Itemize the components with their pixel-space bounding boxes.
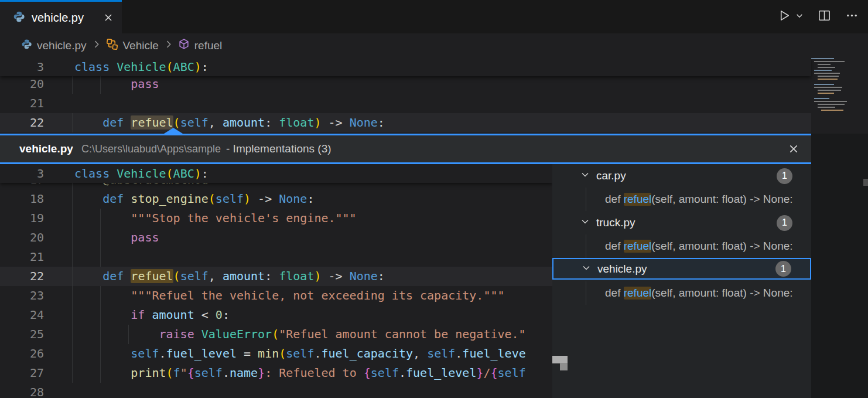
result-file-name: truck.py xyxy=(596,216,635,229)
code-line-27[interactable]: 27 print(f"{self.name}: Refueled to {sel… xyxy=(0,363,552,383)
vscode-window: vehicle.py xyxy=(0,0,868,398)
code-line-28[interactable]: 28 xyxy=(0,383,552,398)
reference-count-badge: 1 xyxy=(777,215,792,231)
code-text: if amount < 0: xyxy=(74,305,230,325)
code-text: class Vehicle(ABC): xyxy=(74,164,209,183)
line-number: 21 xyxy=(0,247,44,267)
play-icon xyxy=(778,9,791,25)
line-number: 25 xyxy=(0,325,44,344)
indent-guide xyxy=(72,363,73,383)
indent-guide xyxy=(72,305,73,325)
python-icon xyxy=(13,11,25,25)
tab-bar: vehicle.py xyxy=(0,0,868,33)
peek-editor[interactable]: 17 @abstractmethod18 def stop_engine(sel… xyxy=(0,164,552,398)
result-match-row[interactable]: def refuel(self, amount: float) -> None: xyxy=(552,281,811,305)
sticky-scroll-line[interactable]: 3class Vehicle(ABC): xyxy=(0,57,811,76)
indent-guide xyxy=(100,247,101,267)
code-line-21[interactable]: 21 xyxy=(0,94,811,113)
peek-anchor-arrow xyxy=(164,128,183,134)
chevron-down-icon[interactable] xyxy=(580,169,590,182)
match-highlight: refuel xyxy=(624,193,652,206)
code-line-20[interactable]: 20 pass xyxy=(0,74,811,94)
result-file-name: car.py xyxy=(596,169,626,182)
result-match-row[interactable]: def refuel(self, amount: float) -> None: xyxy=(552,188,811,211)
code-text: class Vehicle(ABC): xyxy=(74,57,209,76)
indent-guide xyxy=(72,74,73,94)
result-file-name: vehicle.py xyxy=(597,263,647,275)
python-icon xyxy=(21,39,32,53)
method-icon xyxy=(178,38,190,53)
code-text: raise ValueError("Refuel amount cannot b… xyxy=(74,325,526,344)
peek-description: - Implementations (3) xyxy=(226,142,332,155)
mouse-pointer xyxy=(560,363,568,370)
reference-count-badge: 1 xyxy=(775,261,791,277)
code-text: def refuel(self, amount: float) -> None: xyxy=(74,113,385,132)
code-line-19[interactable]: 19 """Stop the vehicle's engine.""" xyxy=(0,209,552,228)
line-number: 20 xyxy=(0,74,44,94)
result-file-row-truck.py[interactable]: truck.py1 xyxy=(552,211,811,234)
close-icon[interactable] xyxy=(788,143,799,155)
indent-guide xyxy=(72,209,73,228)
match-post-text: (self, amount: float) -> None: xyxy=(651,193,792,206)
line-number: 24 xyxy=(0,305,44,325)
code-line-23[interactable]: 23 """Refuel the vehicle, not exceeding … xyxy=(0,286,552,305)
editor-right-gutter xyxy=(811,134,868,398)
breadcrumb-file-label: vehicle.py xyxy=(37,39,87,52)
indent-guide xyxy=(72,267,73,286)
match-highlight: refuel xyxy=(624,240,652,253)
code-line-18[interactable]: 18 def stop_engine(self) -> None: xyxy=(0,189,552,209)
code-text: """Stop the vehicle's engine.""" xyxy=(74,209,357,228)
result-match-row[interactable]: def refuel(self, amount: float) -> None: xyxy=(552,234,811,258)
match-highlight: refuel xyxy=(131,269,173,283)
code-line-22[interactable]: 22 def refuel(self, amount: float) -> No… xyxy=(0,267,552,286)
line-number: 27 xyxy=(0,363,44,383)
peek-results-tree[interactable]: car.py1def refuel(self, amount: float) -… xyxy=(552,164,811,398)
result-file-row-car.py[interactable]: car.py1 xyxy=(552,164,811,188)
breadcrumb: vehicle.py Vehicle xyxy=(0,33,868,57)
result-file-row-vehicle.py[interactable]: vehicle.py1 xyxy=(552,258,811,280)
chevron-down-icon[interactable] xyxy=(795,12,804,22)
split-editor-icon[interactable] xyxy=(818,9,831,25)
peek-sticky-scroll-line[interactable]: 3class Vehicle(ABC): xyxy=(0,164,552,183)
ellipsis-icon[interactable] xyxy=(845,9,859,25)
tree-indent-guide xyxy=(586,234,586,258)
code-line-3[interactable]: 3class Vehicle(ABC): xyxy=(0,164,552,183)
line-number: 22 xyxy=(0,267,44,286)
close-icon[interactable] xyxy=(103,12,114,23)
peek-header[interactable]: vehicle.py C:\Users\luabud\Apps\sample -… xyxy=(0,135,811,162)
line-number: 20 xyxy=(0,228,44,247)
run-button[interactable] xyxy=(778,9,804,25)
tab-label: vehicle.py xyxy=(32,11,84,25)
minimap[interactable] xyxy=(809,57,854,127)
code-line-3[interactable]: 3class Vehicle(ABC): xyxy=(0,57,811,76)
code-text: pass xyxy=(74,228,159,247)
breadcrumb-file[interactable]: vehicle.py xyxy=(21,39,87,53)
indent-guide xyxy=(72,189,73,209)
chevron-right-icon xyxy=(163,39,173,52)
breadcrumb-class[interactable]: Vehicle xyxy=(106,38,159,53)
editor-surface[interactable]: 20 pass2122 def refuel(self, amount: flo… xyxy=(0,57,868,134)
indent-guide xyxy=(72,228,73,247)
match-pre-text: def xyxy=(605,240,624,253)
code-line-20[interactable]: 20 pass xyxy=(0,228,552,247)
code-line-21[interactable]: 21 xyxy=(0,247,552,267)
code-line-22[interactable]: 22 def refuel(self, amount: float) -> No… xyxy=(0,113,811,132)
line-number: 23 xyxy=(0,286,44,305)
scrollbar-handle[interactable] xyxy=(863,179,868,186)
reference-count-badge: 1 xyxy=(777,168,792,184)
line-number: 3 xyxy=(0,57,44,76)
editor-actions xyxy=(778,0,859,33)
breadcrumb-class-label: Vehicle xyxy=(123,39,159,52)
chevron-right-icon xyxy=(91,39,101,52)
match-pre-text: def xyxy=(605,193,624,206)
code-line-26[interactable]: 26 self.fuel_level = min(self.fuel_capac… xyxy=(0,344,552,363)
code-text: """Refuel the vehicle, not exceeding its… xyxy=(74,286,505,305)
code-line-25[interactable]: 25 raise ValueError("Refuel amount canno… xyxy=(0,325,552,344)
match-pre-text: def xyxy=(605,287,624,300)
code-line-24[interactable]: 24 if amount < 0: xyxy=(0,305,552,325)
breadcrumb-symbol[interactable]: refuel xyxy=(178,38,223,53)
peek-file-path: C:\Users\luabud\Apps\sample xyxy=(81,143,221,155)
tab-vehicle-py[interactable]: vehicle.py xyxy=(0,0,122,33)
chevron-down-icon[interactable] xyxy=(582,263,591,275)
chevron-down-icon[interactable] xyxy=(580,216,590,229)
